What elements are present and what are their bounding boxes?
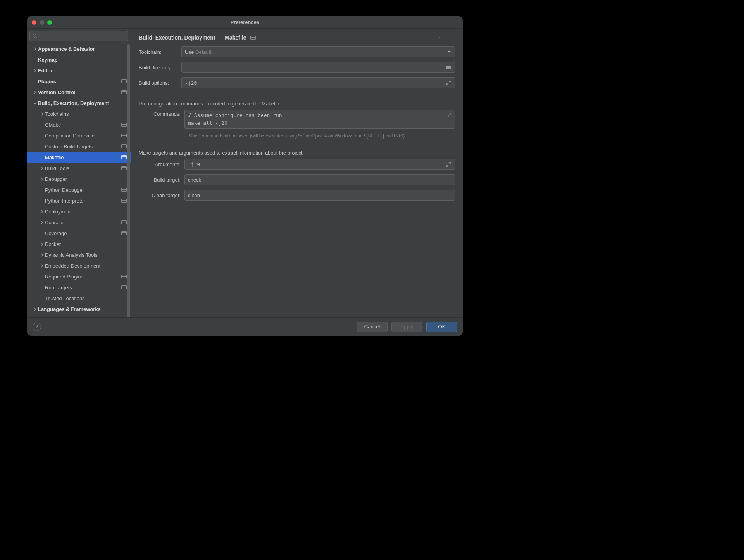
tree-item-custom-build-targets[interactable]: Custom Build Targets xyxy=(27,141,131,152)
build-opts-input[interactable]: -j20 xyxy=(181,77,455,88)
window-title: Preferences xyxy=(27,19,463,25)
tree-item-cmake[interactable]: CMake xyxy=(27,119,131,130)
build-dir-row: Build directory: . xyxy=(139,62,455,73)
settings-tree[interactable]: Appearance & BehaviorKeymapEditorPlugins… xyxy=(27,43,131,317)
tree-item-dynamic-analysis-tools[interactable]: Dynamic Analysis Tools xyxy=(27,249,131,260)
nav-back-icon[interactable]: ← xyxy=(438,34,444,41)
chevron-right-icon[interactable] xyxy=(32,306,38,312)
search-input[interactable] xyxy=(29,31,128,41)
arguments-label: Arguments: xyxy=(143,161,181,167)
tree-item-keymap[interactable]: Keymap xyxy=(27,54,131,65)
tree-item-label: Keymap xyxy=(38,57,127,63)
tree-item-label: Coverage xyxy=(45,230,121,236)
commands-hint: Shell commands are allowed (will be exec… xyxy=(189,133,455,139)
commands-value: # Assume configure has been run make all… xyxy=(188,112,282,126)
profile-scope-icon xyxy=(121,123,127,127)
tree-item-label: Embedded Development xyxy=(45,263,127,269)
build-dir-value: . xyxy=(185,65,186,70)
tree-item-label: Version Control xyxy=(38,89,121,95)
tree-item-debugger[interactable]: Debugger xyxy=(27,173,131,184)
toolchain-label: Toolchain: xyxy=(139,49,177,55)
breadcrumb-sep: › xyxy=(219,34,221,41)
tree-item-label: Custom Build Targets xyxy=(45,144,121,149)
apply-button[interactable]: Apply xyxy=(391,322,422,332)
tree-item-run-targets[interactable]: Run Targets xyxy=(27,282,131,293)
arguments-input[interactable]: -j20 xyxy=(184,159,455,170)
chevron-none xyxy=(32,57,38,63)
build-target-input[interactable]: check xyxy=(184,174,455,185)
clean-target-input[interactable]: clean xyxy=(184,190,455,201)
expand-icon[interactable] xyxy=(445,80,451,86)
tree-item-trusted-locations[interactable]: Trusted Locations xyxy=(27,293,131,304)
tree-item-toolchains[interactable]: Toolchains xyxy=(27,108,131,119)
chevron-right-icon[interactable] xyxy=(39,111,45,117)
search-icon xyxy=(32,33,38,39)
tree-item-build-tools[interactable]: Build Tools xyxy=(27,163,131,173)
toolchain-select[interactable]: Use Default xyxy=(181,46,455,57)
chevron-none xyxy=(39,154,45,160)
tree-item-label: Trusted Locations xyxy=(45,295,127,301)
chevron-right-icon[interactable] xyxy=(39,241,45,247)
chevron-right-icon[interactable] xyxy=(32,46,38,52)
chevron-right-icon[interactable] xyxy=(39,263,45,269)
tree-item-coverage[interactable]: Coverage xyxy=(27,228,131,239)
tree-item-label: Editor xyxy=(38,68,127,74)
profile-scope-icon xyxy=(250,36,256,40)
tree-item-console[interactable]: Console xyxy=(27,217,131,228)
folder-icon[interactable] xyxy=(445,64,451,70)
profile-scope-icon xyxy=(121,275,127,278)
preconfig-form: Commands: # Assume configure has been ru… xyxy=(139,110,455,139)
tree-item-compilation-database[interactable]: Compilation Database xyxy=(27,130,131,141)
scrollbar[interactable] xyxy=(127,44,130,317)
build-opts-value: -j20 xyxy=(185,80,197,86)
expand-icon[interactable] xyxy=(445,161,451,167)
tree-item-version-control[interactable]: Version Control xyxy=(27,87,131,98)
ok-button[interactable]: OK xyxy=(426,322,457,332)
commands-input[interactable]: # Assume configure has been run make all… xyxy=(184,110,455,129)
chevron-right-icon[interactable] xyxy=(39,208,45,215)
help-button[interactable]: ? xyxy=(33,323,41,331)
chevron-down-icon[interactable] xyxy=(32,100,38,106)
tree-item-makefile[interactable]: Makefile xyxy=(27,152,131,163)
profile-scope-icon xyxy=(121,79,127,83)
chevron-none xyxy=(39,187,45,193)
tree-item-label: Run Targets xyxy=(45,285,121,290)
tree-item-label: Build Tools xyxy=(45,165,121,171)
chevron-right-icon[interactable] xyxy=(32,89,38,95)
tree-item-docker[interactable]: Docker xyxy=(27,239,131,249)
tree-item-label: Toolchains xyxy=(45,111,127,117)
build-dir-input[interactable]: . xyxy=(181,62,455,73)
profile-scope-icon xyxy=(121,90,127,94)
chevron-right-icon[interactable] xyxy=(39,165,45,171)
tree-item-deployment[interactable]: Deployment xyxy=(27,206,131,217)
expand-icon[interactable] xyxy=(447,112,452,118)
chevron-right-icon[interactable] xyxy=(39,176,45,182)
breadcrumb-parent[interactable]: Build, Execution, Deployment xyxy=(139,34,215,41)
chevron-none xyxy=(39,295,45,301)
chevron-right-icon[interactable] xyxy=(39,252,45,258)
tree-item-label: Deployment xyxy=(45,209,127,215)
tree-item-appearance-behavior[interactable]: Appearance & Behavior xyxy=(27,43,131,54)
tree-item-label: Plugins xyxy=(38,79,121,84)
tree-item-required-plugins[interactable]: Required Plugins xyxy=(27,271,131,282)
chevron-right-icon[interactable] xyxy=(32,67,38,74)
svg-point-0 xyxy=(33,34,36,37)
nav-forward-icon[interactable]: → xyxy=(449,34,455,41)
cancel-button[interactable]: Cancel xyxy=(356,322,388,332)
chevron-none xyxy=(32,78,38,84)
profile-scope-icon xyxy=(121,231,127,235)
tree-item-build-execution-deployment[interactable]: Build, Execution, Deployment xyxy=(27,98,131,108)
tree-item-python-interpreter[interactable]: Python Interpreter xyxy=(27,195,131,206)
tree-item-plugins[interactable]: Plugins xyxy=(27,76,131,87)
profile-scope-icon xyxy=(121,188,127,192)
search-wrap xyxy=(27,29,131,43)
tree-item-label: Appearance & Behavior xyxy=(38,46,127,52)
toolchain-row: Toolchain: Use Default xyxy=(139,46,455,57)
tree-item-embedded-development[interactable]: Embedded Development xyxy=(27,260,131,271)
footer: ? Cancel Apply OK xyxy=(27,317,463,336)
clean-target-row: Clean target: clean xyxy=(143,190,455,201)
tree-item-languages-frameworks[interactable]: Languages & Frameworks xyxy=(27,304,131,314)
tree-item-editor[interactable]: Editor xyxy=(27,65,131,76)
tree-item-python-debugger[interactable]: Python Debugger xyxy=(27,184,131,195)
chevron-right-icon[interactable] xyxy=(39,219,45,225)
